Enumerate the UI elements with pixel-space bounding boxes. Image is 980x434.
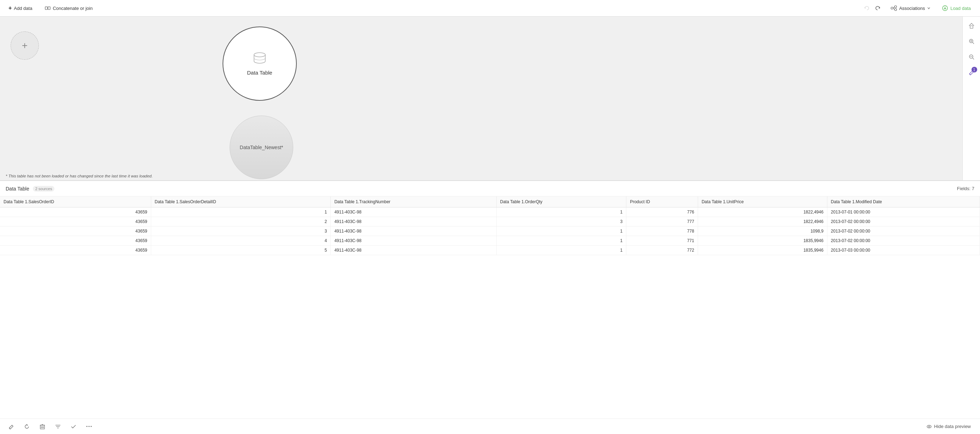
bottom-left-icons bbox=[6, 421, 95, 432]
undo-icon bbox=[864, 5, 869, 11]
zoom-out-icon-button[interactable] bbox=[965, 51, 978, 63]
select-icon bbox=[71, 424, 76, 429]
table-header: Data Table 1.SalesOrderIDData Table 1.Sa… bbox=[0, 196, 980, 207]
table-cell: 43659 bbox=[0, 246, 151, 255]
svg-point-2 bbox=[891, 7, 893, 9]
table-cell: 777 bbox=[626, 217, 698, 227]
table-cell: 4911-403C-98 bbox=[331, 227, 496, 236]
table-cell: 2013-07-01 00:00:00 bbox=[827, 207, 980, 217]
svg-line-5 bbox=[893, 7, 894, 8]
zoom-fit-icon-button[interactable] bbox=[965, 35, 978, 48]
filter-button[interactable] bbox=[52, 421, 64, 432]
table-row[interactable]: 4365924911-403C-9837771822,49462013-07-0… bbox=[0, 217, 980, 227]
table-header-row: Data Table 1.SalesOrderIDData Table 1.Sa… bbox=[0, 196, 980, 207]
hide-preview-button[interactable]: Hide data preview bbox=[923, 422, 974, 431]
add-data-button[interactable]: + Add data bbox=[6, 3, 35, 13]
table-header-cell: Data Table 1.OrderQty bbox=[496, 196, 626, 207]
associations-icon bbox=[891, 5, 897, 11]
table-cell: 1098,9 bbox=[698, 227, 827, 236]
table-cell: 776 bbox=[626, 207, 698, 217]
preview-title-group: Data Table 2 sources bbox=[6, 186, 54, 191]
table-cell: 778 bbox=[626, 227, 698, 236]
table-cell: 4911-403C-98 bbox=[331, 207, 496, 217]
data-table-circle[interactable]: Data Table bbox=[223, 27, 297, 101]
top-toolbar: + Add data Concatenate or join bbox=[0, 0, 980, 17]
plus-icon: + bbox=[8, 5, 12, 11]
refresh-button[interactable] bbox=[21, 421, 32, 432]
home-icon-button[interactable] bbox=[965, 19, 978, 32]
load-data-button[interactable]: Load data bbox=[938, 4, 974, 12]
concatenate-join-button[interactable]: Concatenate or join bbox=[42, 4, 95, 12]
zoom-fit-icon bbox=[968, 38, 975, 45]
table-cell: 4911-403C-98 bbox=[331, 217, 496, 227]
table-row[interactable]: 4365934911-403C-9817781098,92013-07-02 0… bbox=[0, 227, 980, 236]
table-cell: 2013-07-03 00:00:00 bbox=[827, 246, 980, 255]
more-options-icon bbox=[86, 426, 92, 427]
table-row[interactable]: 4365954911-403C-9817721835,99462013-07-0… bbox=[0, 246, 980, 255]
filter-icon bbox=[55, 424, 61, 429]
svg-point-4 bbox=[894, 8, 897, 11]
edit-badge: 1 bbox=[972, 67, 977, 72]
table-cell: 772 bbox=[626, 246, 698, 255]
table-header-cell: Data Table 1.SalesOrderID bbox=[0, 196, 151, 207]
table-cell: 3 bbox=[151, 227, 331, 236]
sources-badge: 2 sources bbox=[33, 186, 55, 191]
table-cell: 1 bbox=[151, 207, 331, 217]
svg-point-29 bbox=[87, 426, 88, 427]
table-cell: 43659 bbox=[0, 227, 151, 236]
home-icon bbox=[968, 22, 975, 29]
associations-button[interactable]: Associations bbox=[887, 4, 934, 12]
svg-rect-10 bbox=[970, 26, 973, 28]
svg-point-33 bbox=[928, 426, 930, 427]
table-header-cell: Data Table 1.Modified Date bbox=[827, 196, 980, 207]
table-cell: 1835,9946 bbox=[698, 236, 827, 246]
table-row[interactable]: 4365914911-403C-9817761822,49462013-07-0… bbox=[0, 207, 980, 217]
table-cell: 43659 bbox=[0, 236, 151, 246]
table-cell: 2013-07-02 00:00:00 bbox=[827, 227, 980, 236]
table-cell: 1835,9946 bbox=[698, 246, 827, 255]
table-cell: 1 bbox=[496, 236, 626, 246]
newest-table-circle[interactable]: DataTable_Newest* bbox=[230, 116, 293, 179]
preview-table-name: Data Table bbox=[6, 186, 29, 191]
delete-button[interactable] bbox=[37, 421, 48, 432]
table-header-cell: Data Table 1.UnitPrice bbox=[698, 196, 827, 207]
svg-point-32 bbox=[927, 425, 931, 428]
table-row[interactable]: 4365944911-403C-9817711835,99462013-07-0… bbox=[0, 236, 980, 246]
right-side-panel: 1 bbox=[963, 17, 980, 180]
table-cell: 43659 bbox=[0, 217, 151, 227]
chevron-down-icon bbox=[927, 6, 931, 10]
undo-button[interactable] bbox=[862, 3, 872, 13]
table-header-cell: Data Table 1.SalesOrderDetailID bbox=[151, 196, 331, 207]
table-cell: 2 bbox=[151, 217, 331, 227]
data-table-container[interactable]: Data Table 1.SalesOrderIDData Table 1.Sa… bbox=[0, 196, 980, 418]
bottom-toolbar: Hide data preview bbox=[0, 418, 980, 434]
hide-preview-label: Hide data preview bbox=[934, 424, 971, 429]
warning-text: * This table has not been loaded or has … bbox=[6, 174, 153, 178]
add-data-label: Add data bbox=[14, 6, 32, 11]
table-header-cell: Product ID bbox=[626, 196, 698, 207]
load-data-label: Load data bbox=[950, 6, 971, 11]
more-options-button[interactable] bbox=[83, 421, 95, 432]
table-cell: 2013-07-02 00:00:00 bbox=[827, 236, 980, 246]
redo-button[interactable] bbox=[873, 3, 883, 13]
edit-pen-icon-button[interactable]: 1 bbox=[965, 66, 978, 79]
svg-rect-1 bbox=[48, 7, 50, 10]
data-preview-section: Data Table 2 sources Fields: 7 Data Tabl… bbox=[0, 180, 980, 434]
svg-line-18 bbox=[969, 74, 970, 75]
table-cell: 3 bbox=[496, 217, 626, 227]
table-cell: 1822,4946 bbox=[698, 207, 827, 217]
table-cell: 43659 bbox=[0, 207, 151, 217]
svg-line-19 bbox=[9, 428, 10, 429]
table-cell: 5 bbox=[151, 246, 331, 255]
table-cell: 4911-403C-98 bbox=[331, 236, 496, 246]
table-body: 4365914911-403C-9817761822,49462013-07-0… bbox=[0, 207, 980, 255]
canvas-area: + Data Table DataTable_Newest* bbox=[0, 17, 980, 180]
select-button[interactable] bbox=[68, 421, 79, 432]
svg-line-12 bbox=[972, 42, 974, 44]
edit-row-button[interactable] bbox=[6, 421, 17, 432]
add-circle-button[interactable]: + bbox=[11, 32, 39, 60]
eye-icon bbox=[926, 424, 932, 429]
refresh-icon bbox=[24, 424, 30, 429]
svg-rect-0 bbox=[45, 7, 47, 10]
svg-point-31 bbox=[91, 426, 92, 427]
